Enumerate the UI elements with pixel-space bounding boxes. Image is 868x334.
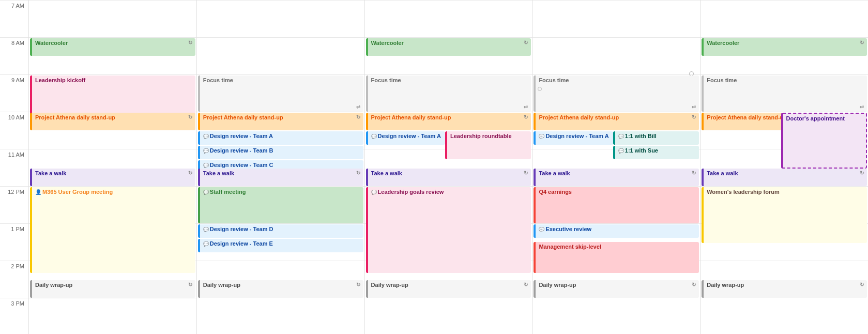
event-design-review-a-1[interactable]: 💬Design review - Team A (198, 131, 363, 145)
event-executive-review[interactable]: 💬Executive review (534, 224, 699, 238)
event-focus-time-2[interactable]: Focus time ⇄ (366, 75, 531, 112)
day-column-0: Watercooler ↻ Leadership kickoff Project… (29, 0, 197, 334)
repeat-icon: ↻ (356, 170, 360, 176)
time-slot-3pm: 3 PM (0, 298, 28, 334)
day-column-2: Watercooler ↻ Focus time ⇄ Project Athen… (365, 0, 533, 334)
event-focus-time-4[interactable]: Focus time ⇄ (702, 75, 867, 112)
day-column-3: Focus time ⇄ Project Athena daily stand-… (532, 0, 701, 334)
event-1on1-sue[interactable]: 💬1:1 with Sue (613, 146, 699, 159)
repeat-icon: ↻ (692, 114, 696, 120)
repeat-icon: ↻ (356, 114, 360, 120)
event-focus-time-3[interactable]: Focus time ⇄ (534, 75, 699, 112)
repeat-icon: ↻ (524, 282, 528, 287)
event-watercooler-0[interactable]: Watercooler ↻ (30, 38, 195, 56)
time-slot-8am: 8 AM (0, 37, 28, 74)
time-slot-1pm: 1 PM (0, 223, 28, 261)
event-1on1-bill[interactable]: 💬1:1 with Bill (613, 131, 699, 145)
repeat-icon: ↻ (188, 40, 192, 45)
repeat-icon: ↻ (188, 170, 192, 176)
event-take-walk-0[interactable]: Take a walk ↻ (30, 169, 195, 186)
event-watercooler-4[interactable]: Watercooler ↻ (702, 38, 867, 56)
event-project-athena-0[interactable]: Project Athena daily stand-up ↻ (30, 113, 195, 130)
event-take-walk-2[interactable]: Take a walk ↻ (366, 169, 531, 186)
event-project-athena-3[interactable]: Project Athena daily stand-up ↻ (534, 113, 699, 130)
event-doctors-appointment[interactable]: Doctor's appointment (781, 113, 867, 169)
event-watercooler-2[interactable]: Watercooler ↻ (366, 38, 531, 56)
repeat-icon: ↻ (860, 170, 864, 176)
repeat-icon: ↻ (356, 282, 360, 287)
event-project-athena-1[interactable]: Project Athena daily stand-up ↻ (198, 113, 363, 130)
event-q4-earnings[interactable]: Q4 earnings (534, 187, 699, 223)
event-take-walk-1[interactable]: Take a walk ↻ (198, 169, 363, 186)
day-columns: Watercooler ↻ Leadership kickoff Project… (29, 0, 868, 334)
event-take-walk-4[interactable]: Take a walk ↻ (702, 169, 867, 186)
repeat-icon: ↻ (188, 282, 192, 287)
event-daily-wrapup-2[interactable]: Daily wrap-up ↻ (366, 280, 531, 298)
event-design-review-a-3[interactable]: 💬Design review - Team A (534, 131, 613, 145)
event-design-review-a-2[interactable]: 💬Design review - Team A (366, 131, 445, 145)
event-daily-wrapup-1[interactable]: Daily wrap-up ↻ (198, 280, 363, 298)
event-daily-wrapup-4[interactable]: Daily wrap-up ↻ (702, 280, 867, 298)
day-column-4: Watercooler ↻ Focus time ⇄ Project Athen… (701, 0, 868, 334)
repeat-icon: ↻ (692, 282, 696, 287)
repeat-icon: ↻ (524, 114, 528, 120)
time-column: 7 AM 8 AM 9 AM 10 AM 11 AM 12 PM 1 PM 2 … (0, 0, 29, 334)
event-management-skip[interactable]: Management skip-level (534, 242, 699, 273)
calendar-container: 7 AM 8 AM 9 AM 10 AM 11 AM 12 PM 1 PM 2 … (0, 0, 868, 334)
event-staff-meeting[interactable]: 💬Staff meeting (198, 187, 363, 223)
repeat-icon: ↻ (860, 40, 864, 45)
event-daily-wrapup-0[interactable]: Daily wrap-up ↻ (30, 280, 195, 298)
repeat-icon: ↻ (860, 282, 864, 287)
event-design-review-b-1[interactable]: 💬Design review - Team B (198, 146, 363, 159)
event-project-athena-2[interactable]: Project Athena daily stand-up ↻ (366, 113, 531, 130)
event-design-review-d-1[interactable]: 💬Design review - Team D (198, 224, 363, 238)
event-leadership-roundtable[interactable]: Leadership roundtable (445, 131, 531, 159)
day-column-1: Focus time ⇄ Project Athena daily stand-… (197, 0, 365, 334)
repeat-icon: ↻ (692, 170, 696, 176)
repeat-icon: ↻ (524, 40, 528, 45)
time-slot-2pm: 2 PM (0, 261, 28, 298)
event-focus-time-1[interactable]: Focus time ⇄ (198, 75, 363, 112)
time-slot-9am: 9 AM (0, 74, 28, 112)
event-take-walk-3[interactable]: Take a walk ↻ (534, 169, 699, 186)
event-m365-meeting[interactable]: 👤M365 User Group meeting (30, 187, 195, 273)
time-slot-10am: 10 AM (0, 112, 28, 149)
repeat-icon: ↻ (524, 170, 528, 176)
event-leadership-goals[interactable]: 💬Leadership goals review (366, 187, 531, 273)
event-design-review-e-1[interactable]: 💬Design review - Team E (198, 239, 363, 252)
time-slot-11am: 11 AM (0, 149, 28, 186)
event-womens-forum[interactable]: Women's leadership forum (702, 187, 867, 243)
time-slot-12pm: 12 PM (0, 186, 28, 223)
event-daily-wrapup-3[interactable]: Daily wrap-up ↻ (534, 280, 699, 298)
repeat-icon: ↻ (188, 114, 192, 120)
small-circle-icon (538, 87, 542, 91)
time-slot-7am: 7 AM (0, 0, 28, 37)
